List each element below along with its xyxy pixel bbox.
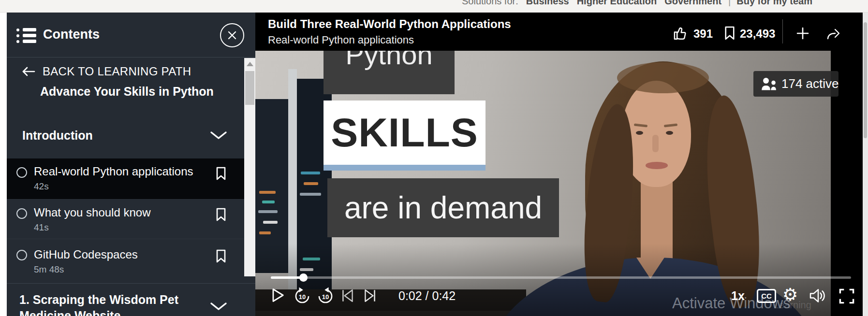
progress-bar-played xyxy=(271,276,303,279)
like-icon[interactable] xyxy=(673,26,689,41)
people-icon xyxy=(760,76,778,91)
video-item-title: What you should know xyxy=(34,206,150,219)
nav-link-higher-education[interactable]: Higher Education xyxy=(577,0,657,6)
close-icon xyxy=(227,30,237,41)
video-item-title: GitHub Codespaces xyxy=(34,248,138,261)
forward-10-button[interactable]: 10 xyxy=(316,287,335,305)
top-nav-strip: Solutions for:BusinessHigher EducationGo… xyxy=(0,0,868,13)
current-video-title: Real-world Python applications xyxy=(268,34,414,46)
close-sidebar-button[interactable] xyxy=(220,23,244,47)
video-item[interactable]: What you should know 41s xyxy=(7,199,255,239)
bookmark-icon[interactable] xyxy=(215,249,227,263)
bookmark-icon[interactable] xyxy=(215,166,227,181)
section-scraping-label: 1. Scraping the Wisdom Pet Medicine Webs… xyxy=(19,292,206,316)
time-display: 0:02 / 0:42 xyxy=(398,289,456,303)
section-introduction[interactable]: Introduction xyxy=(7,124,255,147)
nav-link-business[interactable]: Business xyxy=(526,0,569,6)
video-item-duration: 5m 48s xyxy=(34,264,64,275)
progress-circle-icon xyxy=(16,208,27,219)
playback-rate-button[interactable]: 1x xyxy=(731,289,745,303)
add-icon[interactable] xyxy=(796,27,809,40)
nav-separator: | xyxy=(728,0,731,6)
back-to-learning-path-label: BACK TO LEARNING PATH xyxy=(43,65,191,78)
sidebar-header: Contents xyxy=(7,13,255,57)
previous-video-button[interactable] xyxy=(340,288,355,303)
share-icon[interactable] xyxy=(826,26,842,41)
video-item-duration: 41s xyxy=(34,222,49,233)
nav-link-buy-for-my-team[interactable]: Buy for my team xyxy=(736,0,812,6)
volume-icon[interactable] xyxy=(809,288,828,303)
svg-text:10: 10 xyxy=(322,293,329,301)
settings-gear-icon[interactable]: ⚙ xyxy=(782,285,798,304)
contents-sidebar: Contents BACK TO LEARNING PATH Advance Y… xyxy=(7,13,255,316)
sidebar-scrollbar-thumb[interactable] xyxy=(245,71,254,105)
contents-list-icon xyxy=(16,27,37,44)
learning-path-title: Advance Your Skills in Python xyxy=(40,85,214,99)
svg-text:10: 10 xyxy=(299,293,306,301)
presenter-hair-highlight xyxy=(617,62,709,93)
bookmark-icon[interactable] xyxy=(215,207,227,222)
nav-link-government[interactable]: Government xyxy=(664,0,721,6)
presenter-neckline xyxy=(636,258,664,279)
progress-circle-icon xyxy=(16,167,27,178)
top-nav-links: Solutions for:BusinessHigher EducationGo… xyxy=(462,0,812,7)
solutions-for-label: Solutions for: xyxy=(462,0,518,6)
next-video-button[interactable] xyxy=(362,288,378,303)
slide-text-demand: are in demand xyxy=(327,178,559,237)
sidebar-scrollbar[interactable] xyxy=(244,58,255,276)
chevron-down-icon xyxy=(210,302,227,311)
monitor-edge xyxy=(288,69,297,294)
page: Solutions for:BusinessHigher EducationGo… xyxy=(0,0,868,316)
desk-edge xyxy=(255,311,572,316)
divider xyxy=(7,283,255,284)
slide-accent-strip xyxy=(324,165,485,171)
sidebar-title: Contents xyxy=(43,27,100,42)
closed-captions-button[interactable]: CC xyxy=(757,289,776,303)
background-monitor xyxy=(255,99,288,273)
video-item-current[interactable]: Real-world Python applications 42s xyxy=(7,158,255,199)
rewind-10-button[interactable]: 10 xyxy=(293,287,311,305)
chevron-down-icon xyxy=(210,130,227,140)
scrollbar-up-arrow-icon[interactable] xyxy=(247,62,253,66)
back-to-learning-path[interactable]: BACK TO LEARNING PATH xyxy=(22,65,191,78)
play-button[interactable] xyxy=(270,287,285,303)
fullscreen-button[interactable] xyxy=(839,288,855,304)
section-introduction-label: Introduction xyxy=(22,129,93,143)
back-arrow-icon xyxy=(22,66,35,77)
active-viewers-count: 174 active xyxy=(781,71,839,97)
bookmark-count: 23,493 xyxy=(740,27,775,41)
video-item-title: Real-world Python applications xyxy=(34,165,193,178)
slide-text-skills: SKILLS xyxy=(324,101,485,165)
slide-text-python: Python xyxy=(324,51,455,94)
video-item[interactable]: GitHub Codespaces 5m 48s xyxy=(7,239,255,283)
like-count: 391 xyxy=(693,27,713,41)
section-scraping-wisdom-pet[interactable]: 1. Scraping the Wisdom Pet Medicine Webs… xyxy=(7,286,255,316)
video-player: Build Three Real-World Python Applicatio… xyxy=(255,13,863,316)
progress-circle-icon xyxy=(16,250,27,260)
course-title: Build Three Real-World Python Applicatio… xyxy=(268,17,511,31)
page-scrollbar-thumb[interactable] xyxy=(864,22,867,138)
progress-scrubber[interactable] xyxy=(299,273,308,282)
progress-bar-track[interactable] xyxy=(271,276,851,279)
video-item-duration: 42s xyxy=(34,181,49,192)
active-viewers-badge: 174 active xyxy=(753,71,839,97)
divider xyxy=(782,19,783,43)
bookmark-count-icon[interactable] xyxy=(723,26,736,41)
